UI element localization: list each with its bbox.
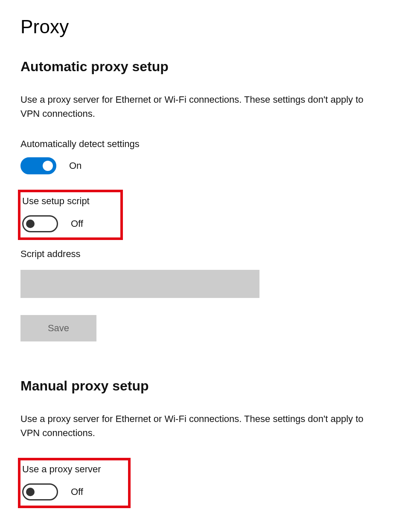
script-address-label: Script address <box>20 249 382 260</box>
setup-script-state: Off <box>71 218 83 229</box>
toggle-thumb-icon <box>43 161 53 171</box>
highlight-box-setup-script: Use setup script Off <box>18 190 123 240</box>
highlight-box-use-proxy: Use a proxy server Off <box>18 458 131 508</box>
auto-detect-group: Automatically detect settings On <box>20 139 382 174</box>
automatic-heading: Automatic proxy setup <box>20 59 382 75</box>
auto-detect-label: Automatically detect settings <box>20 139 382 150</box>
script-address-input[interactable] <box>20 270 259 298</box>
toggle-thumb-icon <box>26 488 35 496</box>
auto-detect-state: On <box>69 160 82 171</box>
use-proxy-toggle[interactable] <box>22 483 58 500</box>
use-proxy-state: Off <box>71 486 83 497</box>
save-button[interactable]: Save <box>20 315 96 341</box>
toggle-thumb-icon <box>26 220 35 228</box>
page-title: Proxy <box>20 16 382 38</box>
auto-detect-toggle[interactable] <box>20 157 56 174</box>
setup-script-label: Use setup script <box>22 196 116 207</box>
manual-description: Use a proxy server for Ethernet or Wi-Fi… <box>20 412 375 440</box>
script-address-group: Script address <box>20 249 382 298</box>
setup-script-toggle[interactable] <box>22 215 58 232</box>
automatic-description: Use a proxy server for Ethernet or Wi-Fi… <box>20 93 375 121</box>
use-proxy-label: Use a proxy server <box>22 464 124 475</box>
manual-heading: Manual proxy setup <box>20 378 382 394</box>
